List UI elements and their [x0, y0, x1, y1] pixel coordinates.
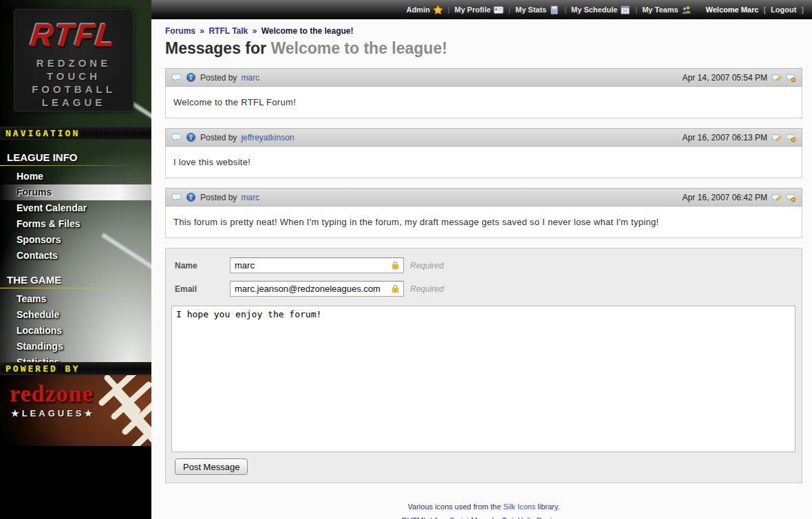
sidebar: RTFL REDZONE TOUCH FOOTBALL LEAGUE NAVIG… — [0, 0, 151, 519]
email-row: Email Required — [169, 281, 799, 297]
sidebar-navigation: LEAGUE INFO Home Forums Event Calendar F… — [0, 147, 151, 370]
redzone-logo-text: redzone — [10, 382, 94, 405]
message-header: Posted by jeffreyatkinson Apr 16, 2007 0… — [165, 128, 802, 147]
section-title-league-info: LEAGUE INFO — [0, 147, 151, 165]
sidebar-item-contacts[interactable]: Contacts — [0, 248, 151, 264]
forum-message: Posted by marc Apr 16, 2007 06:42 PM Thi… — [165, 188, 802, 238]
welcome-user-label: Welcome Marc — [706, 6, 759, 14]
sidebar-item-locations[interactable]: Locations — [0, 323, 151, 339]
breadcrumb-rtfl-talk-link[interactable]: RTFL Talk — [209, 26, 248, 36]
lock-icon — [390, 284, 400, 294]
sidebar-item-teams[interactable]: Teams — [0, 291, 151, 307]
dhtml-menu-link[interactable]: DHTML / JavaScript Menu — [401, 516, 490, 519]
my-teams-label: My Teams — [642, 6, 678, 14]
edit-message-icon[interactable] — [771, 192, 782, 202]
breadcrumb: Forums » RTFL Talk » Welcome to the leag… — [165, 26, 802, 36]
admin-link[interactable]: Admin — [406, 5, 442, 15]
my-schedule-link[interactable]: My Schedule — [571, 5, 630, 15]
author-link[interactable]: marc — [241, 193, 259, 202]
logo-line: FOOTBALL — [14, 83, 133, 96]
message-header: Posted by marc Apr 16, 2007 06:42 PM — [165, 188, 802, 206]
logo-acronym: RTFL — [13, 19, 135, 51]
my-teams-link[interactable]: My Teams — [642, 5, 691, 15]
comment-icon — [171, 132, 182, 142]
forum-message: Posted by jeffreyatkinson Apr 16, 2007 0… — [165, 128, 802, 178]
section-gap — [0, 264, 151, 270]
separator: | — [564, 6, 566, 14]
separator: | — [635, 6, 637, 14]
schedule-icon — [620, 5, 630, 15]
message-date: Apr 16, 2007 06:13 PM — [683, 133, 767, 142]
sidebar-item-sponsors[interactable]: Sponsors — [0, 232, 151, 248]
info-icon[interactable] — [186, 72, 196, 83]
name-input-wrap — [230, 257, 404, 273]
message-date: Apr 16, 2007 06:42 PM — [683, 193, 767, 202]
info-icon[interactable] — [186, 192, 196, 202]
logo-line: REDZONE — [14, 56, 133, 70]
page: RTFL REDZONE TOUCH FOOTBALL LEAGUE NAVIG… — [0, 0, 812, 519]
powered-by-led-banner: POWERED BY — [0, 362, 151, 375]
edit-message-icon[interactable] — [771, 132, 782, 142]
author-link[interactable]: marc — [241, 73, 259, 83]
sidebar-item-home[interactable]: Home — [0, 169, 151, 184]
breadcrumb-forums-link[interactable]: Forums — [165, 26, 195, 36]
my-stats-label: My Stats — [515, 6, 546, 14]
posted-by-label: Posted by — [200, 193, 237, 202]
author-link[interactable]: jeffreyatkinson — [241, 133, 294, 142]
delete-message-icon[interactable] — [786, 132, 796, 142]
my-profile-link[interactable]: My Profile — [455, 5, 504, 15]
message-body: Welcome to the RTFL Forum! — [165, 87, 802, 118]
footer-text: by — [490, 516, 502, 519]
required-label: Required — [410, 261, 444, 271]
delete-message-icon[interactable] — [786, 72, 796, 83]
sidebar-item-forums[interactable]: Forums — [0, 184, 151, 200]
footer-text: Various icons used from the — [408, 502, 504, 511]
my-stats-link[interactable]: My Stats — [515, 5, 559, 15]
vcard-icon — [493, 5, 504, 15]
top-user-bar: Admin | My Profile | My Stats | My Sched… — [151, 0, 812, 19]
page-title: Messages for Welcome to the league! — [165, 39, 802, 58]
section-underline — [0, 165, 141, 166]
comment-icon — [171, 192, 182, 202]
name-input[interactable] — [230, 257, 404, 273]
email-input[interactable] — [230, 281, 404, 297]
page-title-prefix: Messages for — [165, 39, 270, 57]
posted-by-label: Posted by — [200, 133, 237, 142]
my-profile-label: My Profile — [455, 6, 491, 14]
edit-message-icon[interactable] — [771, 72, 782, 83]
footer: Various icons used from the Silk Icons l… — [165, 500, 802, 519]
page-title-topic: Welcome to the league! — [270, 39, 447, 57]
sidebar-item-standings[interactable]: Standings — [0, 339, 151, 354]
name-label: Name — [175, 261, 230, 271]
post-message-form: Name Required Email Required I hope you … — [165, 248, 802, 483]
sidebar-item-event-calendar[interactable]: Event Calendar — [0, 200, 151, 216]
post-message-button[interactable]: Post Message — [175, 458, 248, 475]
logout-link[interactable]: Logout — [771, 6, 796, 14]
logo-line: TOUCH — [14, 70, 133, 83]
my-schedule-label: My Schedule — [571, 6, 617, 14]
message-body: This forum is pretty neat! When I'm typi… — [165, 206, 802, 238]
silk-icons-link[interactable]: Silk Icons — [503, 502, 535, 511]
calculator-icon — [549, 5, 559, 15]
info-icon[interactable] — [186, 132, 196, 142]
lock-icon — [390, 260, 400, 271]
breadcrumb-separator: » — [197, 26, 206, 36]
logo-line: LEAGUE — [14, 96, 133, 109]
breadcrumb-current: Welcome to the league! — [261, 26, 354, 36]
group-icon — [681, 5, 692, 15]
admin-label: Admin — [406, 6, 429, 14]
email-label: Email — [175, 284, 230, 294]
footer-text: library. — [535, 502, 559, 511]
forum-message: Posted by marc Apr 14, 2007 05:54 PM Wel… — [165, 68, 802, 118]
message-textarea[interactable]: I hope you enjoy the forum! — [171, 306, 795, 452]
delete-message-icon[interactable] — [786, 192, 796, 202]
sidebar-item-forms-files[interactable]: Forms & Files — [0, 216, 151, 232]
redzone-leagues-text: ★LEAGUES★ — [11, 408, 95, 419]
rtfl-logo[interactable]: RTFL REDZONE TOUCH FOOTBALL LEAGUE — [14, 9, 133, 112]
twinhelix-link[interactable]: TwinHelix Designs — [502, 516, 564, 519]
sidebar-item-schedule[interactable]: Schedule — [0, 307, 151, 323]
redzone-leagues-banner[interactable]: redzone ★LEAGUES★ — [0, 375, 151, 446]
name-row: Name Required — [169, 257, 799, 273]
main-content: Forums » RTFL Talk » Welcome to the leag… — [151, 19, 812, 519]
footer-text: . — [564, 516, 566, 519]
